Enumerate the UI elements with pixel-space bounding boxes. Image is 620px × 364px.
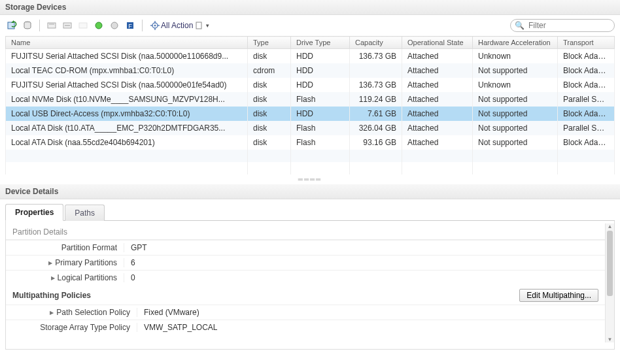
expand-icon: ▶ (48, 260, 52, 266)
table-row[interactable]: FUJITSU Serial Attached SCSI Disk (naa.5… (6, 78, 615, 92)
cell-accel: Unknown (473, 49, 558, 64)
cell-drive: Flash (291, 135, 350, 150)
expand-icon: ▶ (51, 275, 55, 281)
cell-transport: Block Adapter (558, 135, 615, 150)
cell-name: Local TEAC CD-ROM (mpx.vmhba1:C0:T0:L0) (6, 63, 248, 78)
partition-format-row: Partition Format GPT (6, 240, 605, 255)
gear-icon (150, 21, 160, 30)
cell-drive: HDD (291, 107, 350, 121)
cell-state: Attached (402, 135, 473, 150)
svg-rect-2 (48, 23, 56, 28)
cell-name: Local ATA Disk (naa.55cd2e404b694201) (6, 135, 248, 150)
partition-format-value: GPT (124, 243, 605, 252)
cell-type: cdrom (248, 63, 291, 78)
table-row[interactable]: FUJITSU Serial Attached SCSI Disk (naa.5… (6, 49, 615, 64)
logical-partitions-label: Logical Partitions (58, 273, 117, 282)
tab-paths[interactable]: Paths (65, 205, 105, 221)
table-header-row: Name Type Drive Type Capacity Operationa… (6, 37, 615, 49)
svg-rect-6 (79, 23, 87, 28)
cell-name: Local USB Direct-Access (mpx.vmhba32:C0:… (6, 107, 248, 121)
primary-partitions-value: 6 (124, 258, 605, 267)
turn-on-led-icon[interactable] (92, 19, 105, 32)
datastore-icon[interactable] (21, 19, 34, 32)
cell-name: FUJITSU Serial Attached SCSI Disk (naa.5… (6, 49, 248, 64)
turn-off-led-icon[interactable] (108, 19, 121, 32)
cell-transport: Block Adapter (558, 63, 615, 78)
cell-name: Local NVMe Disk (t10.NVMe____SAMSUNG_MZV… (6, 92, 248, 107)
cell-cap: 7.61 GB (350, 107, 402, 121)
cell-type: disk (248, 107, 291, 121)
path-selection-policy-row[interactable]: ▶Path Selection Policy Fixed (VMware) (6, 305, 605, 320)
col-op-state[interactable]: Operational State (402, 37, 473, 49)
cell-accel: Not supported (473, 107, 558, 121)
logical-partitions-value: 0 (124, 273, 605, 282)
cell-type: disk (248, 49, 291, 64)
resize-grip[interactable]: ════ (0, 174, 620, 184)
detach-icon[interactable] (45, 19, 58, 32)
col-capacity[interactable]: Capacity (350, 37, 402, 49)
chevron-down-icon: ▼ (205, 23, 210, 29)
svg-text:F: F (128, 23, 132, 29)
cell-transport: Block Adapter (558, 78, 615, 92)
cell-accel: Unknown (473, 78, 558, 92)
col-type[interactable]: Type (248, 37, 291, 49)
cell-drive: Flash (291, 121, 350, 135)
cell-transport: Parallel SCSI (558, 121, 615, 135)
table-row-empty (6, 162, 615, 174)
col-name[interactable]: Name (6, 37, 248, 49)
details-scrollbar[interactable]: ▲ ▼ (605, 223, 614, 342)
storage-devices-header: Storage Devices (0, 0, 620, 15)
svg-rect-17 (196, 22, 201, 29)
table-row[interactable]: Local NVMe Disk (t10.NVMe____SAMSUNG_MZV… (6, 92, 615, 107)
table-row-empty (6, 150, 615, 162)
toolbar-separator (142, 20, 143, 31)
expand-icon: ▶ (50, 310, 54, 316)
primary-partitions-row[interactable]: ▶Primary Partitions 6 (6, 255, 605, 270)
tab-properties[interactable]: Properties (5, 204, 63, 221)
cell-cap: 119.24 GB (350, 92, 402, 107)
cell-type: disk (248, 121, 291, 135)
cell-state: Attached (402, 121, 473, 135)
all-actions-label: All Action (161, 21, 193, 30)
cell-name: FUJITSU Serial Attached SCSI Disk (naa.5… (6, 78, 248, 92)
col-transport[interactable]: Transport (558, 37, 615, 49)
toolbar-separator (39, 20, 40, 31)
refresh-icon[interactable] (5, 19, 18, 32)
device-details-header: Device Details (0, 184, 620, 199)
col-hw-accel[interactable]: Hardware Acceleration (473, 37, 558, 49)
filter-input[interactable] (527, 20, 620, 31)
multipathing-heading-label: Multipathing Policies (12, 291, 91, 300)
svg-point-7 (95, 22, 102, 29)
cell-state: Attached (402, 49, 473, 64)
disabled-action-icon (77, 19, 90, 32)
cell-accel: Not supported (473, 121, 558, 135)
cell-accel: Not supported (473, 63, 558, 78)
cell-accel: Not supported (473, 135, 558, 150)
psp-label: Path Selection Policy (56, 308, 130, 317)
cell-state: Attached (402, 107, 473, 121)
table-row[interactable]: Local ATA Disk (t10.ATA_____EMC_P320h2DM… (6, 121, 615, 135)
col-drive-type[interactable]: Drive Type (291, 37, 350, 49)
partition-format-label: Partition Format (61, 243, 117, 252)
rename-icon[interactable] (61, 19, 74, 32)
search-icon: 🔍 (515, 21, 525, 30)
partition-details-heading: Partition Details (6, 223, 605, 240)
table-row[interactable]: Local TEAC CD-ROM (mpx.vmhba1:C0:T0:L0)c… (6, 63, 615, 78)
edit-multipathing-button[interactable]: Edit Multipathing... (519, 289, 598, 302)
logical-partitions-row[interactable]: ▶Logical Partitions 0 (6, 270, 605, 285)
cell-drive: HDD (291, 63, 350, 78)
all-actions-menu[interactable]: All Action ▼ (148, 21, 213, 30)
table-row[interactable]: Local USB Direct-Access (mpx.vmhba32:C0:… (6, 107, 615, 121)
mark-flash-icon[interactable]: F (124, 19, 137, 32)
satp-label: Storage Array Type Policy (40, 323, 130, 332)
cell-type: disk (248, 78, 291, 92)
svg-point-8 (111, 22, 118, 29)
cell-accel: Not supported (473, 92, 558, 107)
cell-cap (350, 63, 402, 78)
cell-state: Attached (402, 78, 473, 92)
svg-point-12 (154, 25, 156, 27)
table-row[interactable]: Local ATA Disk (naa.55cd2e404b694201)dis… (6, 135, 615, 150)
cell-type: disk (248, 92, 291, 107)
page-icon (194, 21, 203, 30)
filter-box[interactable]: 🔍 ▼ (510, 19, 615, 32)
